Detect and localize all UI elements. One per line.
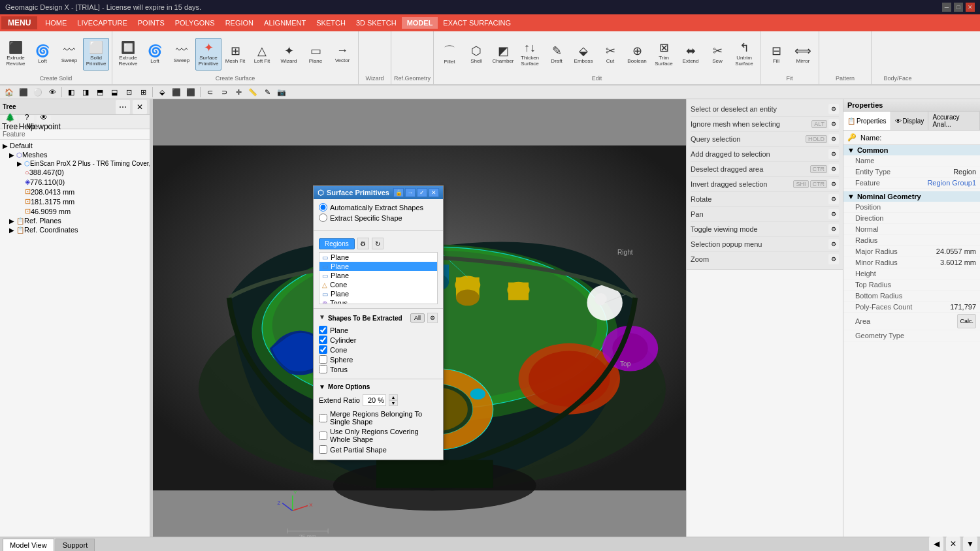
minimize-btn[interactable]: ─ <box>942 3 951 12</box>
props-tab-accuracy[interactable]: Accuracy Anal... <box>928 112 980 130</box>
selection-popup-btn[interactable]: ⚙ <box>828 239 839 249</box>
use-only-check[interactable]: Use Only Regions Covering Whole Shape <box>319 428 438 443</box>
tab-support[interactable]: Support <box>56 539 95 551</box>
shell-btn[interactable]: ⬡ Shell <box>463 38 489 71</box>
get-partial-check[interactable]: Get Partial Shape <box>319 445 438 454</box>
boolean-btn[interactable]: ⊕ Boolean <box>624 38 650 71</box>
view-front-btn[interactable]: ◧ <box>65 86 78 98</box>
menu-exact-surfacing[interactable]: EXACT SURFACING <box>438 17 516 29</box>
regions-settings-btn[interactable]: ⚙ <box>357 238 369 249</box>
extend-btn[interactable]: ⬌ Extend <box>678 38 704 71</box>
view-right-btn[interactable]: ⬓ <box>108 86 121 98</box>
tree-close-btn[interactable]: ✕ <box>133 100 147 114</box>
shape-torus-input[interactable] <box>319 365 327 373</box>
regions-item-5[interactable]: ▭ Plane <box>319 289 437 298</box>
query-btn[interactable]: ⚙ <box>828 134 839 144</box>
thicken-btn[interactable]: ↑↓ Thicken Surface <box>517 38 543 71</box>
regions-item-2[interactable]: ▭ Plane <box>319 262 437 271</box>
trim-surf-btn[interactable]: ⊠ Trim Surface <box>651 38 677 71</box>
sp-lock-btn[interactable]: 🔒 <box>393 188 404 197</box>
shapes-settings-btn[interactable]: ⚙ <box>427 313 438 323</box>
menu-logo[interactable]: MENU <box>1 16 37 29</box>
pan-btn[interactable]: ⚙ <box>828 209 839 219</box>
merge-regions-input[interactable] <box>319 414 327 422</box>
maximize-btn[interactable]: □ <box>954 3 963 12</box>
view-back-btn[interactable]: ◨ <box>79 86 92 98</box>
toggle-viewing-btn[interactable]: ⚙ <box>828 224 839 234</box>
surf-extrude-btn[interactable]: 🔲 Extrude Revolve <box>115 38 141 71</box>
menu-region[interactable]: REGION <box>220 17 259 29</box>
menu-livecapture[interactable]: LIVECAPTURE <box>72 17 132 29</box>
auto-extract-radio-input[interactable] <box>319 203 327 212</box>
tree-tab-viewpoint[interactable]: 👁 Viewpoint <box>37 115 51 129</box>
tab-arrow-btn[interactable]: ▼ <box>963 537 977 551</box>
sweep-btn[interactable]: 〰 Sweep <box>56 38 82 71</box>
ignore-mesh-btn[interactable]: ⚙ <box>828 119 839 129</box>
loft-fit-btn[interactable]: △ Loft Fit <box>249 38 275 71</box>
shape-torus-check[interactable]: Torus <box>319 365 438 373</box>
deselect-btn[interactable]: ⚙ <box>828 164 839 174</box>
shape-cylinder-check[interactable]: Cylinder <box>319 336 438 344</box>
view-top-btn[interactable]: ⊡ <box>122 86 135 98</box>
menu-points[interactable]: POINTS <box>133 17 170 29</box>
fill-btn[interactable]: ⊟ Fill <box>763 38 789 71</box>
tree-tab-tree[interactable]: 🌲 Tree <box>3 115 17 129</box>
tree-item-val4[interactable]: ⊡ 181.3175 mm <box>1 197 148 206</box>
use-only-input[interactable] <box>319 432 327 440</box>
shape-sphere-check[interactable]: Sphere <box>319 355 438 364</box>
mesh-fit-btn[interactable]: ⊞ Mesh Fit <box>222 38 248 71</box>
menu-model[interactable]: MODEL <box>402 17 438 29</box>
tree-item-meshes[interactable]: ▶ ⬡ Meshes <box>1 150 148 159</box>
solid-primitive-btn[interactable]: ⬜ Solid Primitive <box>83 38 109 71</box>
view-measure-btn[interactable]: 📏 <box>246 86 259 98</box>
sp-arrow-btn[interactable]: → <box>405 188 416 197</box>
get-partial-input[interactable] <box>319 445 327 454</box>
tab-model-view[interactable]: Model View <box>3 539 54 551</box>
tree-item-refcoords[interactable]: ▶ 📋 Ref. Coordinates <box>1 225 148 234</box>
regions-item-6[interactable]: ⊚ Torus <box>319 298 437 304</box>
tree-item-val2[interactable]: ◈ 776.110(0) <box>1 177 148 187</box>
tree-item-default[interactable]: ▶ Default <box>1 141 148 150</box>
untrim-btn[interactable]: ↰ Untrim Surface <box>731 38 757 71</box>
view-eye-btn[interactable]: 👁 <box>46 86 59 98</box>
tree-item-scan[interactable]: ▶ ⬡ EinScan ProX 2 Plus - TR6 Timing Cov… <box>1 159 148 168</box>
menu-3dsketch[interactable]: 3D SKETCH <box>351 17 402 29</box>
props-feature-value[interactable]: Region Group1 <box>927 179 976 187</box>
tab-close-btn[interactable]: ✕ <box>946 537 960 551</box>
auto-extract-radio[interactable]: Automatically Extract Shapes <box>319 203 438 212</box>
shape-sphere-input[interactable] <box>319 355 327 364</box>
invert-btn[interactable]: ⚙ <box>828 179 839 189</box>
view-sphere-btn[interactable]: ⚪ <box>31 86 44 98</box>
tree-item-refplanes[interactable]: ▶ 📋 Ref. Planes <box>1 216 148 225</box>
view-shaded2-btn[interactable]: ⬛ <box>184 86 197 98</box>
view-wireframe-btn[interactable]: ⬙ <box>155 86 169 98</box>
surf-sweep-btn[interactable]: 〰 Sweep <box>169 38 195 71</box>
shape-cone-check[interactable]: Cone <box>319 345 438 354</box>
sp-check-btn[interactable]: ✓ <box>417 188 427 197</box>
view-clip-btn[interactable]: ⊃ <box>218 86 231 98</box>
select-entity-btn[interactable]: ⚙ <box>828 104 839 114</box>
tree-item-val1[interactable]: ○ 388.467(0) <box>1 168 148 177</box>
tree-item-val5[interactable]: ⊡ 46.9099 mm <box>1 206 148 216</box>
merge-regions-check[interactable]: Merge Regions Belonging To Single Shape <box>319 410 438 426</box>
tab-prev-btn[interactable]: ◀ <box>929 537 943 551</box>
surf-loft-btn[interactable]: 🌀 Loft <box>142 38 168 71</box>
menu-sketch[interactable]: SKETCH <box>311 17 351 29</box>
sp-titlebar[interactable]: ⬡ Surface Primitives 🔒 → ✓ ✕ <box>314 186 443 199</box>
zoom-btn[interactable]: ⚙ <box>828 254 839 264</box>
plane-btn[interactable]: ▭ Plane <box>302 38 329 71</box>
view-annotate-btn[interactable]: ✎ <box>261 86 274 98</box>
extend-ratio-input[interactable] <box>363 394 386 406</box>
shape-cylinder-input[interactable] <box>319 336 327 344</box>
regions-item-1[interactable]: ▭ Plane <box>319 253 437 262</box>
shape-plane-input[interactable] <box>319 326 327 334</box>
menu-home[interactable]: HOME <box>40 17 72 29</box>
sp-x-btn[interactable]: ✕ <box>429 188 439 197</box>
view-shaded-btn[interactable]: ⬛ <box>170 86 183 98</box>
regions-item-4[interactable]: △ Cone <box>319 280 437 289</box>
props-tab-display[interactable]: 👁 Display <box>891 112 929 130</box>
props-tab-properties[interactable]: 📋 Properties <box>843 112 891 130</box>
wizard-btn[interactable]: ✦ Wizard <box>276 38 302 71</box>
shape-cone-input[interactable] <box>319 345 327 354</box>
props-nominal-header[interactable]: ▼ Nominal Geometry <box>843 191 980 202</box>
